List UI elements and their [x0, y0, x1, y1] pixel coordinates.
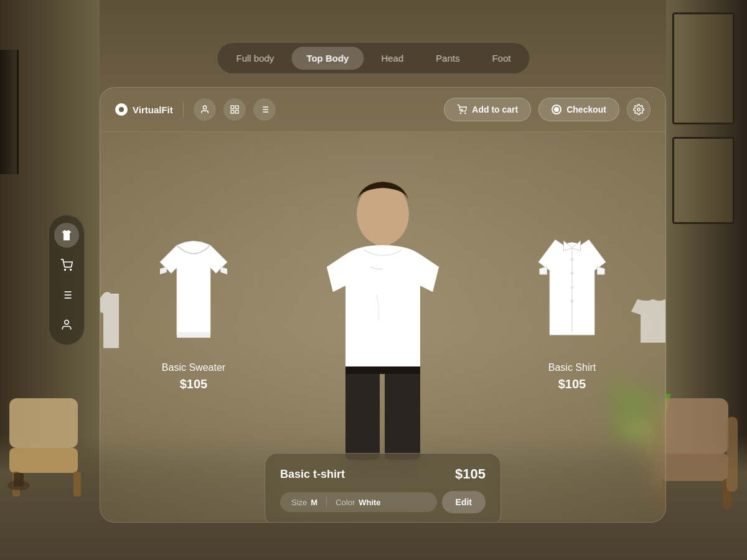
product-left[interactable]: Basic Sweater $105: [138, 228, 250, 391]
svg-point-20: [65, 320, 69, 325]
sweater-image: [138, 228, 250, 352]
bottom-info-card: Basic t-shirt $105 Size M Color White Ed…: [265, 453, 501, 523]
top-navigation: Full body Top Body Head Pants Foot: [217, 42, 530, 74]
sweater-name: Basic Sweater: [138, 362, 250, 373]
card-row-details: Size M Color White Edit: [280, 491, 486, 513]
window-left: [0, 50, 19, 174]
list-view-button[interactable]: [253, 98, 276, 121]
svg-point-33: [465, 113, 466, 113]
svg-rect-22: [231, 106, 234, 109]
svg-rect-5: [14, 473, 24, 487]
window-top: [672, 12, 735, 124]
svg-point-46: [571, 300, 574, 303]
tab-full-body[interactable]: Full body: [221, 47, 289, 70]
app-container: VirtualFit Add to cart Checkout: [100, 87, 666, 523]
svg-rect-39: [345, 366, 380, 460]
sidebar-item-cart[interactable]: [54, 253, 79, 278]
attr-divider: [326, 497, 327, 507]
sidebar-item-shirt[interactable]: [54, 223, 79, 248]
svg-rect-3: [73, 472, 81, 497]
checkout-label: Checkout: [566, 105, 606, 114]
sweater-price: $105: [138, 377, 250, 391]
partial-product-right[interactable]: [628, 284, 666, 361]
model-svg: [289, 170, 476, 482]
size-label: Size: [291, 498, 307, 507]
size-value: M: [311, 498, 317, 507]
svg-point-21: [203, 106, 206, 109]
sidebar-item-list[interactable]: [54, 282, 79, 307]
sidebar-item-profile[interactable]: [54, 312, 79, 337]
app-content: Basic Sweater $105: [100, 132, 665, 520]
furniture-left: [6, 392, 87, 498]
svg-rect-25: [235, 110, 238, 113]
brand-logo: VirtualFit: [115, 103, 173, 116]
shirt-name: Basic Shirt: [516, 362, 628, 373]
tab-foot[interactable]: Foot: [477, 47, 526, 70]
grid-view-button[interactable]: [223, 98, 246, 121]
person-view-button[interactable]: [194, 98, 216, 121]
svg-rect-1: [9, 448, 78, 473]
svg-point-36: [637, 108, 641, 111]
brand-dot: [115, 103, 128, 116]
svg-rect-11: [726, 417, 738, 492]
svg-point-43: [571, 258, 574, 261]
app-header: VirtualFit Add to cart Checkout: [100, 88, 665, 132]
svg-rect-41: [345, 366, 420, 374]
window-bottom: [672, 137, 735, 224]
size-color-group: Size M Color White: [280, 492, 437, 512]
checkout-button[interactable]: Checkout: [538, 98, 619, 121]
tab-top-body[interactable]: Top Body: [291, 47, 364, 70]
add-to-cart-button[interactable]: Add to cart: [444, 98, 531, 121]
shirt-price: $105: [516, 377, 628, 391]
card-row-title: Basic t-shirt $105: [280, 466, 486, 482]
color-value: White: [359, 498, 380, 507]
svg-point-12: [65, 269, 66, 271]
shirt-image: [516, 228, 628, 352]
card-product-price: $105: [455, 466, 486, 482]
tab-head[interactable]: Head: [366, 47, 418, 70]
svg-rect-24: [231, 110, 234, 113]
svg-point-13: [70, 269, 72, 271]
edit-button[interactable]: Edit: [442, 491, 486, 513]
svg-point-45: [571, 286, 574, 289]
svg-point-44: [571, 272, 574, 275]
svg-point-32: [461, 113, 461, 113]
header-divider: [183, 102, 184, 117]
brand-name: VirtualFit: [133, 105, 173, 115]
svg-rect-40: [385, 366, 420, 460]
card-product-name: Basic t-shirt: [280, 468, 345, 481]
svg-rect-0: [9, 398, 78, 448]
add-to-cart-label: Add to cart: [472, 105, 518, 114]
left-sidebar: [49, 215, 85, 345]
svg-point-37: [357, 183, 409, 245]
svg-rect-23: [235, 106, 238, 109]
settings-button[interactable]: [627, 98, 651, 121]
tab-pants[interactable]: Pants: [421, 47, 474, 70]
product-right[interactable]: Basic Shirt $105: [516, 228, 628, 391]
color-label: Color: [336, 498, 355, 507]
